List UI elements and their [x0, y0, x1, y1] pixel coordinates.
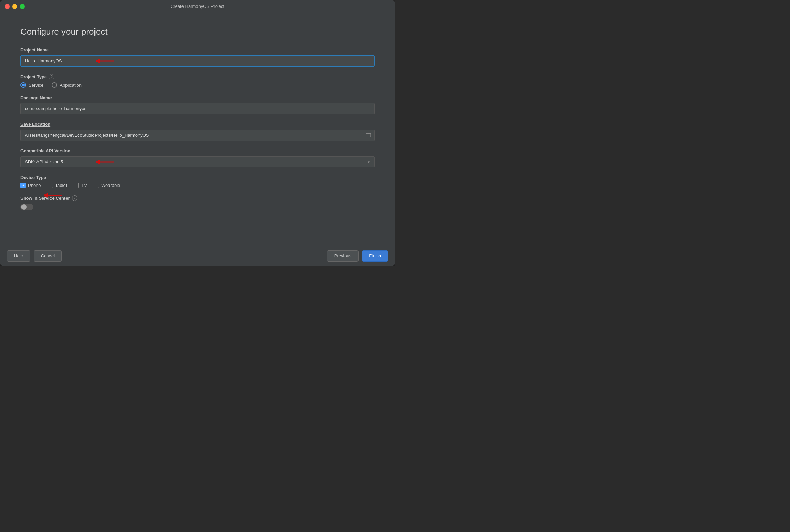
package-name-section: Package Name — [20, 95, 375, 114]
save-location-wrapper — [20, 130, 375, 141]
toggle-wrapper — [20, 204, 375, 210]
minimize-button[interactable] — [12, 4, 17, 9]
page-heading: Configure your project — [20, 27, 375, 37]
checkbox-tv-label: TV — [81, 183, 87, 188]
show-service-center-toggle[interactable] — [20, 204, 33, 210]
radio-service-circle — [20, 82, 26, 88]
checkbox-tablet-box — [48, 183, 53, 188]
finish-button[interactable]: Finish — [362, 250, 388, 262]
project-type-label: Project Type ? — [20, 74, 375, 79]
save-location-input[interactable] — [20, 130, 375, 141]
close-button[interactable] — [5, 4, 10, 9]
show-service-center-section: Show in Service Center ? — [20, 195, 375, 210]
service-center-help-icon[interactable]: ? — [72, 195, 77, 201]
previous-button[interactable]: Previous — [327, 250, 359, 262]
compatible-api-section: Compatible API Version SDK: API Version … — [20, 148, 375, 167]
window: Create HarmonyOS Project Configure your … — [0, 0, 395, 266]
device-type-checkbox-group: Phone Tablet TV Wearable — [20, 183, 120, 188]
checkbox-phone-label: Phone — [28, 183, 41, 188]
save-location-section: Save Location — [20, 122, 375, 141]
folder-browse-icon[interactable] — [366, 132, 371, 138]
bottom-bar: Help Cancel Previous Finish — [0, 246, 395, 266]
project-name-section: Project Name — [20, 47, 375, 66]
checkbox-tablet[interactable]: Tablet — [48, 183, 67, 188]
project-name-input[interactable] — [20, 55, 375, 66]
package-name-label: Package Name — [20, 95, 375, 100]
radio-application-circle — [52, 82, 57, 88]
bottom-left-buttons: Help Cancel — [7, 250, 62, 262]
toggle-knob — [21, 204, 27, 210]
checkbox-tv[interactable]: TV — [74, 183, 87, 188]
cancel-button[interactable]: Cancel — [34, 250, 62, 262]
device-type-section: Device Type Phone Tablet TV — [20, 175, 375, 188]
traffic-lights — [5, 4, 25, 9]
radio-application-label: Application — [60, 83, 82, 88]
main-content: Configure your project Project Name — [0, 13, 395, 246]
save-location-label: Save Location — [20, 122, 375, 127]
bottom-right-buttons: Previous Finish — [327, 250, 388, 262]
show-service-center-label: Show in Service Center ? — [20, 195, 375, 201]
window-title: Create HarmonyOS Project — [171, 4, 224, 9]
checkbox-wearable-box — [94, 183, 99, 188]
maximize-button[interactable] — [20, 4, 25, 9]
checkbox-wearable[interactable]: Wearable — [94, 183, 120, 188]
checkbox-wearable-label: Wearable — [101, 183, 120, 188]
project-name-label: Project Name — [20, 47, 375, 53]
radio-service[interactable]: Service — [20, 82, 43, 88]
checkbox-tv-box — [74, 183, 79, 188]
radio-service-label: Service — [29, 83, 43, 88]
compatible-api-wrapper: SDK: API Version 5 SDK: API Version 4 SD… — [20, 156, 375, 167]
compatible-api-select[interactable]: SDK: API Version 5 SDK: API Version 4 SD… — [20, 156, 375, 167]
project-type-help-icon[interactable]: ? — [49, 74, 54, 79]
device-type-label: Device Type — [20, 175, 375, 180]
help-button[interactable]: Help — [7, 250, 30, 262]
project-type-radio-group: Service Application — [20, 82, 375, 88]
checkbox-phone[interactable]: Phone — [20, 183, 41, 188]
project-type-section: Project Type ? Service Application — [20, 74, 375, 88]
checkbox-phone-box — [20, 183, 26, 188]
package-name-input[interactable] — [20, 103, 375, 114]
radio-application[interactable]: Application — [52, 82, 82, 88]
checkbox-tablet-label: Tablet — [55, 183, 67, 188]
compatible-api-label: Compatible API Version — [20, 148, 375, 153]
title-bar: Create HarmonyOS Project — [0, 0, 395, 13]
